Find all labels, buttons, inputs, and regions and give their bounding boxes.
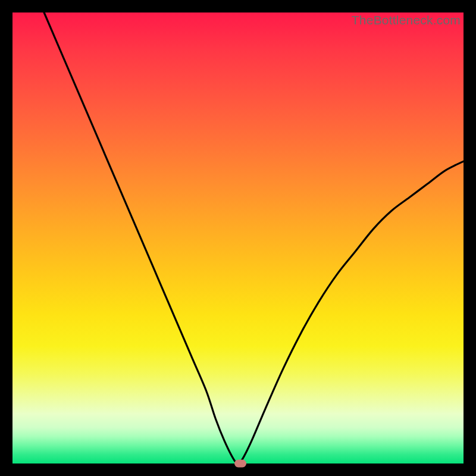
bottleneck-curve <box>12 12 464 464</box>
minimum-marker <box>234 460 246 468</box>
chart-frame: TheBottleneck.com <box>0 0 476 476</box>
watermark-text: TheBottleneck.com <box>352 13 461 27</box>
